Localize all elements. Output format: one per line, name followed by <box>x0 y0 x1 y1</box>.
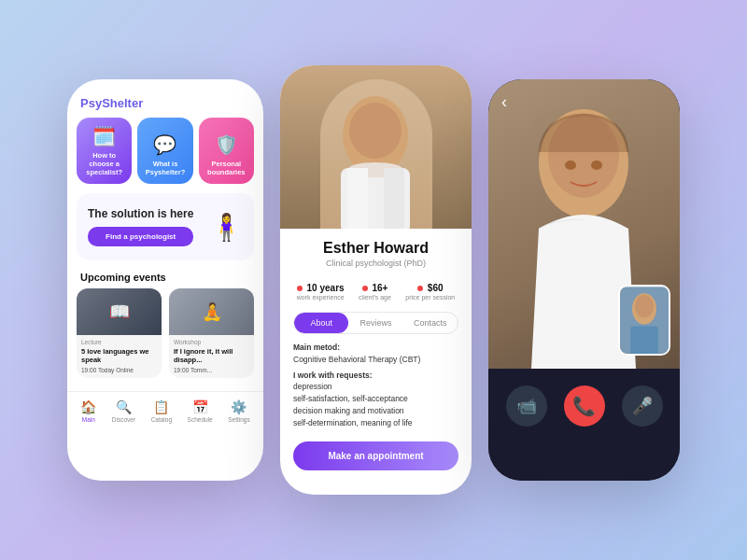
stat-price-label: price per session <box>405 294 455 301</box>
event-time-1: 19:00 <box>81 367 96 373</box>
nav-main-label: Main <box>82 416 95 423</box>
banner-figure: 🧍‍♀️ <box>210 212 243 243</box>
settings-icon: ⚙️ <box>231 399 247 414</box>
card-choose-specialist[interactable]: 🗓️ How to choose a specialist? <box>77 118 132 184</box>
svg-point-12 <box>635 295 654 317</box>
card-label-3: Personal boundaries <box>204 160 248 176</box>
event-time-2: 19:00 <box>174 367 189 373</box>
event-item-2[interactable]: 🧘 Workshop If I ignore it, it will disap… <box>169 288 254 378</box>
event-item-1[interactable]: 📖 Lecture 5 love languages we speak 19:0… <box>77 288 162 378</box>
upcoming-events-title: Upcoming events <box>67 270 263 288</box>
event-title-2: If I ignore it, it will disapp... <box>174 347 249 364</box>
card-icon-1: 🗓️ <box>92 125 116 147</box>
stat-dot-2 <box>362 286 368 291</box>
nav-main[interactable]: 🏠 Main <box>80 399 96 423</box>
phone-video-call: ‹ 📹 📞 🎤 <box>488 79 680 481</box>
card-label-2: What is Psyshelter? <box>143 160 187 176</box>
mute-button[interactable]: 🎤 <box>622 385 663 427</box>
card-what-is[interactable]: 💬 What is Psyshelter? <box>137 118 192 184</box>
stat-price-val: $60 <box>405 283 455 293</box>
requests-value: depression self-satisfaction, self-accep… <box>293 381 458 428</box>
svg-point-9 <box>591 161 602 170</box>
picture-in-picture <box>618 285 670 356</box>
pip-video <box>620 287 669 354</box>
stat-experience-val: 10 years <box>297 283 345 293</box>
nav-catalog[interactable]: 📋 Catalog <box>151 399 172 423</box>
catalog-icon: 📋 <box>153 399 169 414</box>
make-appointment-button[interactable]: Make an appointment <box>293 441 458 470</box>
banner-text: The solution is here <box>88 207 193 222</box>
card-boundaries[interactable]: 🛡️ Personal boundaries <box>199 118 254 184</box>
requests-label: I work with requests: <box>293 370 458 382</box>
nav-schedule-label: Schedule <box>188 416 213 423</box>
app-logo: PsyShelter <box>67 79 263 118</box>
event-image-2: 🧘 <box>169 288 254 335</box>
doctor-stats: 10 years work experience 16+ client's ag… <box>280 275 472 308</box>
svg-point-1 <box>349 103 402 159</box>
nav-settings[interactable]: ⚙️ Settings <box>228 399 250 423</box>
doctor-photo <box>280 65 472 229</box>
card-label-1: How to choose a specialist? <box>82 151 126 176</box>
event-meta-1: 19:00 Today Online <box>81 367 157 373</box>
svg-rect-4 <box>347 168 368 229</box>
stat-experience: 10 years work experience <box>297 283 345 301</box>
find-psychologist-button[interactable]: Find a psychologist <box>88 227 193 246</box>
stat-dot-1 <box>297 286 303 291</box>
stat-price: $60 price per session <box>405 283 455 301</box>
phone-main: PsyShelter 🗓️ How to choose a specialist… <box>67 79 263 481</box>
event-image-1: 📖 <box>77 288 162 335</box>
stat-dot-3 <box>417 286 423 291</box>
call-controls: 📹 📞 🎤 <box>488 369 680 445</box>
bottom-nav: 🏠 Main 🔍 Discover 📋 Catalog 📅 Schedule ⚙… <box>67 391 263 432</box>
phone-bottom-bar <box>488 445 680 481</box>
doctor-name: Esther Howard <box>293 240 458 257</box>
event-day-val-1: Today <box>98 367 114 373</box>
svg-rect-5 <box>384 168 404 229</box>
video-main: ‹ <box>488 79 680 369</box>
stat-age-val: 16+ <box>359 283 391 293</box>
event-body-1: Lecture 5 love languages we speak 19:00 … <box>77 335 162 378</box>
doctor-title: Clinical psychologist (PhD) <box>293 259 458 268</box>
stat-experience-label: work experience <box>297 294 345 301</box>
end-call-button[interactable]: 📞 <box>564 385 605 427</box>
home-icon: 🏠 <box>80 399 96 414</box>
event-type-2: Workshop <box>174 339 249 345</box>
profile-content: Main metod: Cognitive Behavioral Therapy… <box>280 342 472 438</box>
events-list: 📖 Lecture 5 love languages we speak 19:0… <box>67 288 263 387</box>
doctor-illustration <box>280 79 472 229</box>
tab-contacts[interactable]: Contacts <box>403 313 458 333</box>
svg-rect-13 <box>630 327 658 355</box>
phone-doctor-profile: Esther Howard Clinical psychologist (PhD… <box>280 65 472 495</box>
stat-age-label: client's age <box>359 294 391 301</box>
event-type-1: Lecture <box>81 339 157 345</box>
doctor-info: Esther Howard Clinical psychologist (PhD… <box>280 229 472 275</box>
back-button[interactable]: ‹ <box>501 92 507 112</box>
card-icon-3: 🛡️ <box>215 133 238 156</box>
method-label: Main metod: <box>293 342 458 354</box>
event-loc-1: Online <box>116 367 134 373</box>
event-day-2: Tomm... <box>190 367 212 373</box>
nav-settings-label: Settings <box>228 416 250 423</box>
stat-age: 16+ client's age <box>359 283 391 301</box>
solution-banner: The solution is here Find a psychologist… <box>77 193 254 260</box>
phones-container: PsyShelter 🗓️ How to choose a specialist… <box>67 65 680 495</box>
event-title-1: 5 love languages we speak <box>81 347 157 364</box>
discover-icon: 🔍 <box>116 399 132 414</box>
event-body-2: Workshop If I ignore it, it will disapp.… <box>169 335 254 378</box>
event-meta-2: 19:00 Tomm... <box>174 367 249 373</box>
tab-reviews[interactable]: Reviews <box>348 313 402 333</box>
method-value: Cognitive Behavioral Therapy (CBT) <box>293 354 458 366</box>
profile-tabs: About Reviews Contacts <box>293 312 458 334</box>
banner-inner: The solution is here Find a psychologist <box>88 207 193 247</box>
tab-about[interactable]: About <box>294 313 348 333</box>
svg-point-8 <box>565 161 576 170</box>
nav-schedule[interactable]: 📅 Schedule <box>188 399 213 423</box>
nav-catalog-label: Catalog <box>151 416 172 423</box>
schedule-icon: 📅 <box>192 399 208 414</box>
nav-discover-label: Discover <box>112 416 135 423</box>
video-toggle-button[interactable]: 📹 <box>506 385 547 427</box>
nav-discover[interactable]: 🔍 Discover <box>112 399 135 423</box>
card-icon-2: 💬 <box>153 133 176 156</box>
info-cards: 🗓️ How to choose a specialist? 💬 What is… <box>67 118 263 193</box>
